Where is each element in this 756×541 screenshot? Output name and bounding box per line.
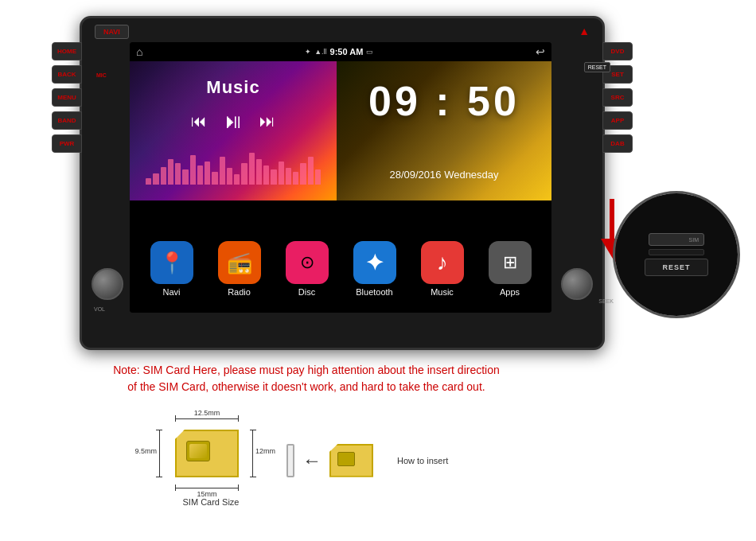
dab-button[interactable]: DAB [602,134,633,153]
right-knob[interactable] [561,268,593,300]
clock-time: 09 : 50 [337,77,551,125]
dim-right-label: 12mm [255,447,275,455]
eject-button[interactable]: ▲ [579,25,590,37]
screen-content: Music ⏮ ⏯ ⏭ [130,61,551,313]
bluetooth-icon: ✦ [305,48,311,56]
insert-card-shape [329,444,373,477]
sim-card-shape [175,430,239,477]
disc-label: Disc [298,287,315,297]
app-disc[interactable]: ⊙ Disc [279,241,335,297]
dim-bottom-line: 15mm [175,488,239,488]
src-button[interactable]: SRC [602,88,633,107]
music-controls: ⏮ ⏯ ⏭ [130,109,337,134]
bluetooth-icon: ✦ [353,241,396,284]
sim-label-circle: SIM [689,237,699,243]
screen-top: Music ⏮ ⏯ ⏭ [130,61,551,200]
sim-card-size-label: SIM Card Size [183,497,240,507]
equalizer [146,153,321,185]
sim-chip [186,441,210,461]
bluetooth-label: Bluetooth [356,287,392,297]
radio-label: Radio [228,287,251,297]
main-screen: ⌂ ✦ ▲.ll 9:50 AM ▭ ↩ Music ⏮ [130,42,551,313]
pwr-button[interactable]: PWR [52,134,82,153]
music-icon: ♪ [421,241,464,284]
dim-top-label: 12.5mm [194,409,220,417]
seek-label: SEEK [598,298,614,304]
status-time: 9:50 AM [330,47,364,56]
music-widget[interactable]: Music ⏮ ⏯ ⏭ [130,61,337,200]
app-music[interactable]: ♪ Music [415,241,470,297]
stereo-unit: NAVI MIC HOME BACK MENU BAND PWR DVD SET… [80,16,605,350]
mic-label: MIC [96,72,107,78]
app-grid: 📍 Navi 📻 Radio ⊙ Disc ✦ Bluetooth [130,225,551,313]
battery-icon: ▭ [366,48,373,56]
back-icon: ↩ [536,45,545,58]
reset-label: RESET [584,62,610,72]
navi-label: Navi [162,287,180,297]
how-to-insert-label: How to insert [397,456,448,465]
app-bluetooth[interactable]: ✦ Bluetooth [347,241,403,297]
sim-diagram: 12.5mm 12mm 9.5mm 15mm [159,414,448,507]
insert-section: ← [286,444,373,477]
dim-top-line: 12.5mm [175,418,239,419]
insert-arrow-icon: ← [302,450,321,472]
navi-button[interactable]: NAVI [95,25,129,39]
radio-icon: 📻 [218,241,261,284]
note-text: Note: SIM Card Here, please must pay hig… [76,362,537,395]
play-pause-button[interactable]: ⏯ [223,109,244,134]
band-button[interactable]: BAND [52,111,82,130]
note-line2: of the SIM Card, otherwise it doesn't wo… [76,379,537,395]
app-apps[interactable]: ⊞ Apps [482,241,538,297]
dim-right-line: 12mm [252,430,253,477]
insert-card [329,444,373,477]
arrow-line [610,199,614,243]
dim-bottom-label: 15mm [197,490,216,498]
sim-card-size-box: 12.5mm 12mm 9.5mm 15mm [159,414,263,507]
home-button[interactable]: HOME [52,42,82,60]
status-bar: ⌂ ✦ ▲.ll 9:50 AM ▭ ↩ [130,42,551,61]
note-line1: Note: SIM Card Here, please must pay hig… [76,362,537,379]
status-icons: ✦ ▲.ll 9:50 AM ▭ [305,47,373,56]
right-side-buttons: DVD SET SRC APP DAB [602,42,633,153]
menu-button[interactable]: MENU [52,88,82,107]
dvd-button[interactable]: DVD [602,42,633,60]
signal-icon: ▲.ll [314,48,326,56]
clock-widget: 09 : 50 28/09/2016 Wednesday [337,61,551,200]
home-icon: ⌂ [136,45,142,58]
app-button[interactable]: APP [602,111,633,130]
insert-chip [337,452,355,466]
reset-visual: RESET [645,259,708,276]
disc-icon: ⊙ [286,241,329,284]
apps-label: Apps [500,287,520,297]
app-radio[interactable]: 📻 Radio [212,241,267,297]
left-knob[interactable] [92,268,123,300]
music-title: Music [130,77,337,98]
music-label: Music [431,287,454,297]
left-side-buttons: HOME BACK MENU BAND PWR [52,42,82,153]
side-circle-inner: SIM RESET [615,193,738,316]
vol-label: VOL [94,306,105,312]
app-navi[interactable]: 📍 Navi [144,241,200,297]
dim-left-label: 9.5mm [134,447,157,455]
apps-icon: ⊞ [489,241,532,284]
how-to-insert: How to insert [397,456,448,465]
prev-button[interactable]: ⏮ [191,112,207,130]
clock-date: 28/09/2016 Wednesday [337,169,551,181]
side-circle-photo: SIM RESET [613,191,740,318]
dim-left-line: 9.5mm [159,430,160,477]
next-button[interactable]: ⏭ [259,112,275,130]
slot-visual [286,444,294,477]
navi-icon: 📍 [150,241,193,284]
back-button[interactable]: BACK [52,65,82,84]
